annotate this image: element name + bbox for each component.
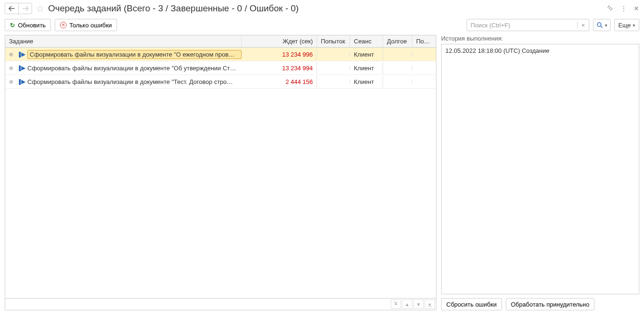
task-text: Сформировать файлы визуализации в докуме… [27, 65, 242, 72]
thread-cell [412, 52, 436, 57]
status-icon: ❚▶ [17, 51, 25, 58]
more-button[interactable]: Еще ▾ [614, 19, 639, 31]
more-label: Еще [619, 22, 631, 29]
page-title: Очередь заданий (Всего - 3 / Завершенные… [48, 3, 299, 14]
refresh-button[interactable]: ↻ Обновить [5, 19, 51, 31]
task-text: Сформировать файлы визуализации в докуме… [27, 50, 242, 59]
errors-only-label: Только ошибки [69, 22, 112, 29]
expand-icon[interactable]: ⊕ [9, 65, 15, 71]
session-cell: Клиент [350, 76, 383, 88]
history-label: История выполнения: [441, 35, 639, 42]
table-row[interactable]: ⊕❚▶Сформировать файлы визуализации в док… [5, 48, 436, 61]
wait-value: 13 234 996 [282, 51, 313, 58]
refresh-icon: ↻ [10, 22, 15, 29]
task-text: Сформировать файлы визуализации в докуме… [27, 78, 242, 85]
favorite-star-icon[interactable]: ☆ [36, 3, 44, 14]
search-button[interactable]: ▾ [593, 19, 611, 31]
thread-cell [412, 66, 436, 70]
nav-first-button[interactable] [391, 299, 401, 309]
search-input[interactable] [467, 22, 577, 29]
force-process-button[interactable]: Обработать принудительно [506, 298, 595, 310]
col-session[interactable]: Сеанс [350, 35, 383, 47]
nav-last-button[interactable] [425, 299, 435, 309]
session-cell: Клиент [350, 49, 383, 60]
svg-point-0 [597, 23, 601, 26]
history-box[interactable]: 12.05.2022 18:18:00 (UTC) Создание [441, 44, 639, 294]
wait-value: 13 234 994 [282, 65, 313, 72]
status-icon: ❚▶ [17, 78, 25, 85]
nav-forward-button [18, 3, 32, 14]
col-long[interactable]: Долгое [383, 35, 412, 47]
col-thread[interactable]: Поток [412, 35, 436, 47]
thread-cell [412, 79, 436, 84]
attempts-cell [317, 79, 350, 84]
error-icon: ✕ [60, 22, 67, 28]
errors-only-button[interactable]: ✕ Только ошибки [55, 19, 117, 31]
col-attempts[interactable]: Попыток [317, 35, 350, 47]
attempts-cell [317, 52, 350, 57]
close-icon[interactable]: ✕ [634, 5, 639, 12]
nav-down-button[interactable]: ▼ [413, 299, 424, 309]
search-clear-button[interactable]: × [577, 22, 589, 29]
session-cell: Клиент [350, 62, 383, 74]
col-wait[interactable]: Ждет (сек) [242, 35, 317, 47]
kebab-menu-icon[interactable]: ⋮ [620, 5, 627, 12]
chevron-down-icon: ▾ [633, 23, 635, 28]
reset-errors-button[interactable]: Сбросить ошибки [441, 298, 502, 310]
svg-line-1 [601, 26, 602, 28]
attempts-cell [317, 66, 350, 70]
history-entry: 12.05.2022 18:18:00 (UTC) Создание [445, 47, 635, 54]
expand-icon[interactable]: ⊕ [9, 79, 15, 85]
table-row[interactable]: ⊕❚▶Сформировать файлы визуализации в док… [5, 75, 436, 89]
long-cell [383, 79, 412, 84]
status-icon: ❚▶ [17, 65, 25, 71]
refresh-label: Обновить [18, 22, 46, 29]
link-icon[interactable] [606, 4, 614, 13]
wait-value: 2 444 156 [285, 78, 313, 85]
long-cell [383, 52, 412, 57]
col-task[interactable]: Задание [5, 35, 242, 47]
long-cell [383, 66, 412, 70]
expand-icon[interactable]: ⊕ [9, 51, 15, 58]
table-row[interactable]: ⊕❚▶Сформировать файлы визуализации в док… [5, 61, 436, 75]
nav-back-button[interactable] [5, 3, 18, 14]
table-nav: ▲ ▼ [5, 299, 436, 310]
table-header: Задание Ждет (сек) Попыток Сеанс Долгое … [5, 35, 436, 48]
nav-up-button[interactable]: ▲ [402, 299, 412, 309]
search-icon [596, 22, 603, 28]
chevron-down-icon: ▾ [605, 23, 607, 28]
